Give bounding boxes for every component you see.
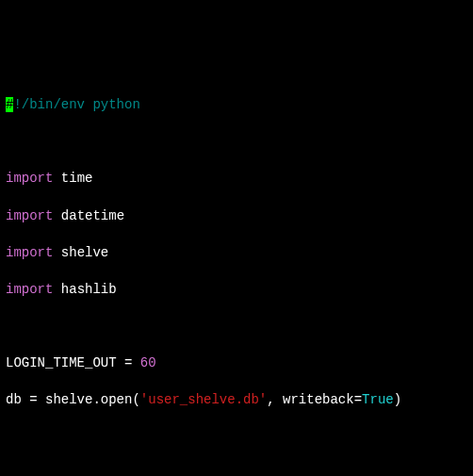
code-line: import hashlib — [6, 281, 467, 300]
module-name: time — [61, 171, 93, 186]
string: 'user_shelve.db' — [140, 392, 267, 407]
number: 60 — [140, 355, 156, 370]
keyword-import: import — [6, 282, 53, 297]
assignment: LOGIN_TIME_OUT = — [6, 355, 140, 370]
keyword-import: import — [6, 171, 53, 186]
keyword-import: import — [6, 208, 53, 223]
code-line: import time — [6, 170, 467, 189]
code-line: db = shelve.open('user_shelve.db', write… — [6, 391, 467, 410]
assignment: db = shelve.open( — [6, 392, 140, 407]
code-line: import shelve — [6, 244, 467, 263]
keyword-true: True — [362, 392, 394, 407]
code-line: LOGIN_TIME_OUT = 60 — [6, 354, 467, 373]
code-line — [6, 318, 467, 336]
module-name: datetime — [61, 208, 124, 223]
shebang-text: !/bin/env python — [13, 97, 139, 112]
code-line — [6, 466, 467, 476]
module-name: shelve — [61, 245, 108, 260]
code-line — [6, 133, 467, 152]
code-line: #!/bin/env python — [6, 96, 467, 115]
keyword-import: import — [6, 245, 53, 260]
code-line: import datetime — [6, 207, 467, 226]
editor-viewport[interactable]: #!/bin/env python import time import dat… — [0, 74, 473, 476]
module-name: hashlib — [61, 282, 117, 297]
code-line — [6, 429, 467, 448]
